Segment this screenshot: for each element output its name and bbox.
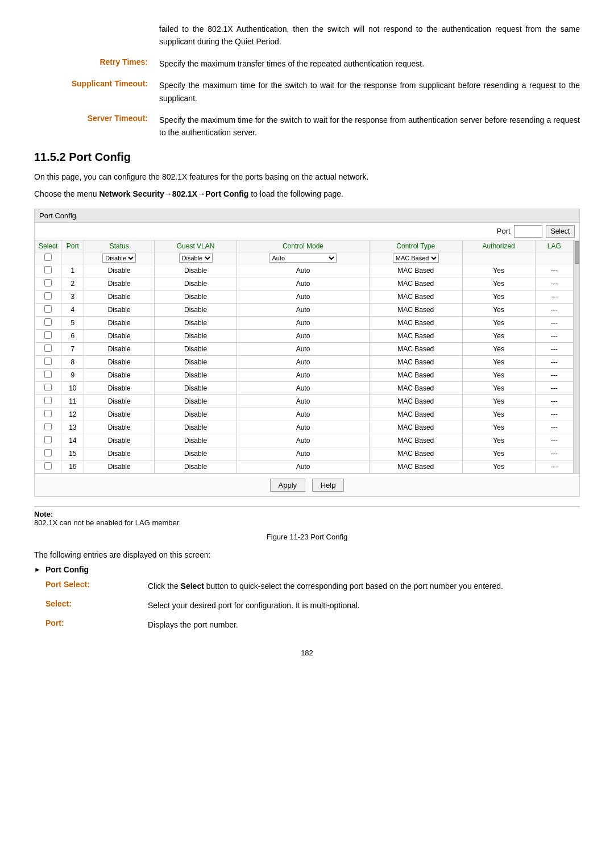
row-checkbox-cell[interactable]: [35, 434, 61, 447]
retry-times-label: Retry Times:: [34, 57, 159, 70]
status-filter-select[interactable]: Disable Enable: [102, 254, 136, 263]
row-lag: ---: [535, 355, 573, 368]
row-checkbox-cell[interactable]: [35, 381, 61, 394]
control-type-filter-select[interactable]: MAC Based Port Based: [393, 254, 439, 263]
row-control-type: MAC Based: [369, 394, 462, 408]
help-button[interactable]: Help: [312, 479, 345, 492]
row-control-mode: Auto: [237, 355, 370, 368]
guest-vlan-filter-select[interactable]: Disable Enable: [179, 254, 213, 263]
table-row: 12 Disable Disable Auto MAC Based Yes --…: [35, 408, 574, 421]
row-control-mode: Auto: [237, 460, 370, 473]
control-mode-filter-select[interactable]: Auto Force Authorized Force Unauthorized: [269, 254, 337, 263]
row-control-type: MAC Based: [369, 277, 462, 290]
row-checkbox[interactable]: [44, 279, 52, 286]
row-control-type: MAC Based: [369, 447, 462, 460]
row-checkbox[interactable]: [44, 292, 52, 300]
table-row: 11 Disable Disable Auto MAC Based Yes --…: [35, 394, 574, 408]
filter-control-type-col[interactable]: MAC Based Port Based: [369, 252, 462, 264]
note-label: Note:: [34, 510, 53, 518]
row-port: 5: [61, 316, 84, 329]
row-checkbox[interactable]: [44, 423, 52, 430]
row-lag: ---: [535, 447, 573, 460]
row-checkbox[interactable]: [44, 462, 52, 470]
scrollbar-thumb[interactable]: [575, 241, 579, 264]
table-scroll-wrapper: Select Port Status Guest VLAN Control Mo…: [35, 240, 579, 474]
row-authorized: Yes: [462, 421, 535, 434]
port-number-input[interactable]: [514, 225, 542, 238]
row-authorized: Yes: [462, 342, 535, 355]
row-checkbox[interactable]: [44, 384, 52, 391]
col-header-select: Select: [35, 240, 61, 252]
filter-status-col[interactable]: Disable Enable: [84, 252, 155, 264]
row-checkbox[interactable]: [44, 305, 52, 313]
row-checkbox[interactable]: [44, 344, 52, 352]
row-checkbox[interactable]: [44, 371, 52, 378]
row-checkbox[interactable]: [44, 397, 52, 404]
col-header-control-type: Control Type: [369, 240, 462, 252]
row-checkbox[interactable]: [44, 266, 52, 273]
port-select-button[interactable]: Select: [546, 225, 575, 238]
row-authorized: Yes: [462, 329, 535, 342]
port-config-def-label: Port Config: [45, 565, 89, 574]
row-checkbox-cell[interactable]: [35, 264, 61, 277]
row-checkbox[interactable]: [44, 449, 52, 456]
port-select-def-row: Port Select: Click the Select button to …: [45, 580, 580, 592]
row-guest-vlan: Disable: [155, 408, 237, 421]
row-control-type: MAC Based: [369, 421, 462, 434]
row-checkbox[interactable]: [44, 318, 52, 326]
row-control-type: MAC Based: [369, 381, 462, 394]
section-heading: 11.5.2 Port Config: [34, 151, 580, 164]
note-section: Note: 802.1X can not be enabled for LAG …: [34, 506, 580, 527]
row-control-type: MAC Based: [369, 290, 462, 303]
row-status: Disable: [84, 460, 155, 473]
page-number: 182: [34, 649, 580, 657]
row-checkbox-cell[interactable]: [35, 329, 61, 342]
row-checkbox[interactable]: [44, 358, 52, 365]
row-checkbox[interactable]: [44, 436, 52, 443]
row-port: 11: [61, 394, 84, 408]
row-checkbox-cell[interactable]: [35, 355, 61, 368]
row-status: Disable: [84, 329, 155, 342]
table-row: 16 Disable Disable Auto MAC Based Yes --…: [35, 460, 574, 473]
row-checkbox[interactable]: [44, 331, 52, 339]
table-row: 4 Disable Disable Auto MAC Based Yes ---: [35, 303, 574, 316]
row-status: Disable: [84, 303, 155, 316]
table-row: 7 Disable Disable Auto MAC Based Yes ---: [35, 342, 574, 355]
row-checkbox-cell[interactable]: [35, 277, 61, 290]
row-checkbox-cell[interactable]: [35, 342, 61, 355]
port-def-label: Port:: [45, 618, 148, 631]
row-checkbox-cell[interactable]: [35, 408, 61, 421]
filter-control-mode-col[interactable]: Auto Force Authorized Force Unauthorized: [237, 252, 370, 264]
table-row: 3 Disable Disable Auto MAC Based Yes ---: [35, 290, 574, 303]
table-row: 2 Disable Disable Auto MAC Based Yes ---: [35, 277, 574, 290]
row-status: Disable: [84, 421, 155, 434]
row-checkbox-cell[interactable]: [35, 368, 61, 381]
row-checkbox-cell[interactable]: [35, 290, 61, 303]
scrollbar[interactable]: [574, 240, 579, 474]
table-row: 15 Disable Disable Auto MAC Based Yes --…: [35, 447, 574, 460]
row-checkbox-cell[interactable]: [35, 421, 61, 434]
filter-guest-vlan-col[interactable]: Disable Enable: [155, 252, 237, 264]
row-control-type: MAC Based: [369, 434, 462, 447]
apply-button[interactable]: Apply: [270, 479, 306, 492]
row-authorized: Yes: [462, 408, 535, 421]
row-checkbox-cell[interactable]: [35, 460, 61, 473]
table-header-row: Select Port Status Guest VLAN Control Mo…: [35, 240, 574, 252]
row-lag: ---: [535, 342, 573, 355]
row-checkbox-cell[interactable]: [35, 316, 61, 329]
select-def-desc: Select your desired port for configurati…: [148, 599, 580, 612]
port-config-table-container: Port Config Port Select Select Port Stat…: [34, 209, 580, 497]
row-authorized: Yes: [462, 264, 535, 277]
port-select-def-desc: Click the Select button to quick-select …: [148, 580, 580, 592]
port-select-row: Port Select: [35, 223, 579, 240]
row-checkbox[interactable]: [44, 410, 52, 417]
row-checkbox-cell[interactable]: [35, 394, 61, 408]
row-control-mode: Auto: [237, 290, 370, 303]
row-status: Disable: [84, 381, 155, 394]
row-lag: ---: [535, 460, 573, 473]
port-config-table: Select Port Status Guest VLAN Control Mo…: [35, 240, 574, 474]
row-checkbox-cell[interactable]: [35, 447, 61, 460]
filter-checkbox[interactable]: [44, 254, 52, 261]
row-checkbox-cell[interactable]: [35, 303, 61, 316]
row-authorized: Yes: [462, 368, 535, 381]
